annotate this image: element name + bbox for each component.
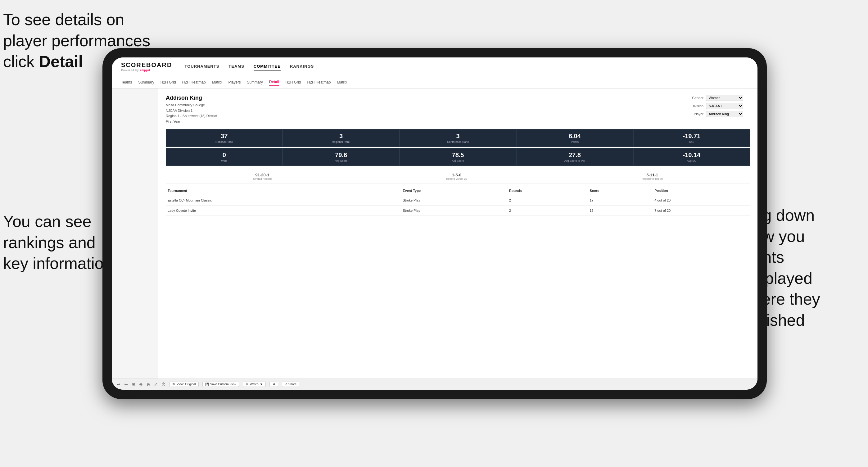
subnav-teams[interactable]: Teams: [121, 79, 132, 86]
clock-icon[interactable]: ⏱: [161, 382, 166, 387]
nav-teams[interactable]: TEAMS: [228, 63, 244, 70]
cell-position: 7 out of 20: [653, 206, 750, 216]
screen-button[interactable]: 🖥: [270, 382, 278, 387]
view-icon: 👁: [172, 382, 176, 386]
cell-score: 16: [588, 206, 653, 216]
subnav-h2hgrid[interactable]: H2H Grid: [160, 79, 176, 86]
subnav-players[interactable]: Players: [228, 79, 241, 86]
table-header-row: Tournament Event Type Rounds Score Posit…: [166, 186, 750, 195]
subnav-summary2[interactable]: Summary: [247, 79, 262, 86]
record-item: 1-5-0Record vs top 25: [446, 173, 467, 180]
stat-value: 3: [402, 132, 514, 140]
stat-cell: 79.6Avg Score: [282, 148, 399, 166]
stat-value: 78.5: [402, 152, 514, 159]
annotation-bl-line3: key information: [3, 254, 113, 272]
save-custom-button[interactable]: 💾 Save Custom View: [203, 382, 239, 387]
record-value: 1-5-0: [446, 173, 467, 177]
subnav-summary[interactable]: Summary: [138, 79, 154, 86]
record-value: 5-11-1: [642, 173, 663, 177]
stat-label: Regional Rank: [285, 141, 397, 144]
annotation-bl-line1: You can see: [3, 212, 91, 230]
cell-rounds: 2: [507, 206, 588, 216]
record-item: 91-20-1Overall Record: [253, 173, 272, 180]
subnav-matrix2[interactable]: Matrix: [337, 79, 347, 86]
stat-cell: 78.5Adj Score: [400, 148, 516, 166]
cell-event-type: Stroke Play: [401, 206, 507, 216]
subnav-h2hheatmap[interactable]: H2H Heatmap: [182, 79, 206, 86]
player-college: Mesa Community College: [166, 102, 217, 108]
fit-icon[interactable]: ⤢: [154, 382, 158, 387]
col-score: Score: [588, 186, 653, 195]
logo-text: SCOREBOARD: [121, 61, 172, 69]
nav-rankings[interactable]: RANKINGS: [290, 63, 314, 70]
cell-score: 17: [588, 195, 653, 206]
player-division: NJCAA Division 1: [166, 108, 217, 114]
tournament-table: Tournament Event Type Rounds Score Posit…: [166, 186, 750, 216]
stat-value: 6.04: [519, 132, 631, 140]
top-nav: SCOREBOARD Powered by clippd TOURNAMENTS…: [112, 57, 757, 76]
share-button[interactable]: ↗ Share: [282, 382, 300, 387]
share-icon: ↗: [285, 382, 287, 386]
player-selector-row: Player Addison King: [688, 111, 750, 117]
stat-label: Avg Score: [285, 159, 397, 162]
subnav-h2hheatmap2[interactable]: H2H Heatmap: [307, 79, 331, 86]
watch-button[interactable]: 👁 Watch ▼: [243, 382, 266, 387]
main-content: Addison King Mesa Community College NJCA…: [112, 89, 757, 378]
gender-selector-row: Gender Women Men: [688, 95, 750, 101]
nav-items: TOURNAMENTS TEAMS COMMITTEE RANKINGS: [184, 63, 314, 70]
annotation-line1: To see details on: [3, 10, 124, 29]
gender-select[interactable]: Women Men: [706, 95, 743, 101]
stat-cell: 27.8Avg Score to Par: [516, 148, 633, 166]
view-label: View: Original: [177, 382, 196, 386]
logo-area: SCOREBOARD Powered by clippd: [121, 61, 172, 72]
stat-label: Conference Rank: [402, 141, 514, 144]
home-icon[interactable]: ⊞: [132, 382, 135, 387]
records-row: 91-20-1Overall Record1-5-0Record vs top …: [166, 169, 750, 184]
stat-label: National Rank: [168, 141, 280, 144]
division-select[interactable]: NJCAA I NJCAA II: [706, 103, 743, 109]
stat-label: Avg SG: [636, 159, 748, 162]
stat-cell: 37National Rank: [166, 129, 282, 147]
cell-tournament: Lady Coyote Invite: [166, 206, 401, 216]
sidebar: [112, 89, 158, 378]
gender-label: Gender: [688, 96, 704, 100]
minus-icon[interactable]: ⊖: [147, 382, 150, 387]
subnav-matrix[interactable]: Matrix: [212, 79, 222, 86]
stat-value: -19.71: [636, 132, 748, 140]
stats-row1: 37National Rank3Regional Rank3Conference…: [166, 129, 750, 147]
cell-event-type: Stroke Play: [401, 195, 507, 206]
tablet: SCOREBOARD Powered by clippd TOURNAMENTS…: [102, 48, 767, 399]
cell-rounds: 2: [507, 195, 588, 206]
stat-cell: -19.71SoS: [633, 129, 750, 147]
stats-row2: 0Wins79.6Avg Score78.5Adj Score27.8Avg S…: [166, 148, 750, 166]
subnav-detail[interactable]: Detail: [269, 79, 279, 86]
record-label: Record vs top 50: [642, 177, 663, 180]
stat-label: SoS: [636, 141, 748, 144]
player-info: Addison King Mesa Community College NJCA…: [166, 95, 217, 124]
sub-nav: Teams Summary H2H Grid H2H Heatmap Matri…: [112, 76, 757, 89]
nav-committee[interactable]: COMMITTEE: [254, 63, 281, 70]
stat-value: 27.8: [519, 152, 631, 159]
undo-icon[interactable]: ↩: [117, 382, 120, 387]
stat-label: Wins: [168, 159, 280, 162]
stat-label: Adj Score: [402, 159, 514, 162]
player-region: Region 1 - Southwest (18) District: [166, 113, 217, 119]
view-original-button[interactable]: 👁 View: Original: [169, 382, 199, 387]
nav-tournaments[interactable]: TOURNAMENTS: [184, 63, 219, 70]
col-position: Position: [653, 186, 750, 195]
logo-sub: Powered by clippd: [121, 69, 172, 72]
content-area: Addison King Mesa Community College NJCA…: [158, 89, 757, 378]
stat-value: 3: [285, 132, 397, 140]
stat-cell: 0Wins: [166, 148, 282, 166]
watch-label: Watch: [250, 382, 258, 386]
redo-icon[interactable]: ↪: [124, 382, 128, 387]
subnav-h2hgrid2[interactable]: H2H Grid: [285, 79, 301, 86]
player-year: First Year: [166, 119, 217, 125]
save-label: Save Custom View: [210, 382, 236, 386]
zoom-icon[interactable]: ⊕: [139, 382, 143, 387]
division-selector-row: Division NJCAA I NJCAA II: [688, 103, 750, 109]
player-header: Addison King Mesa Community College NJCA…: [166, 95, 750, 124]
player-selectors: Gender Women Men Division NJCAA I NJCAA …: [688, 95, 750, 124]
stat-value: 0: [168, 152, 280, 159]
player-select[interactable]: Addison King: [706, 111, 743, 117]
